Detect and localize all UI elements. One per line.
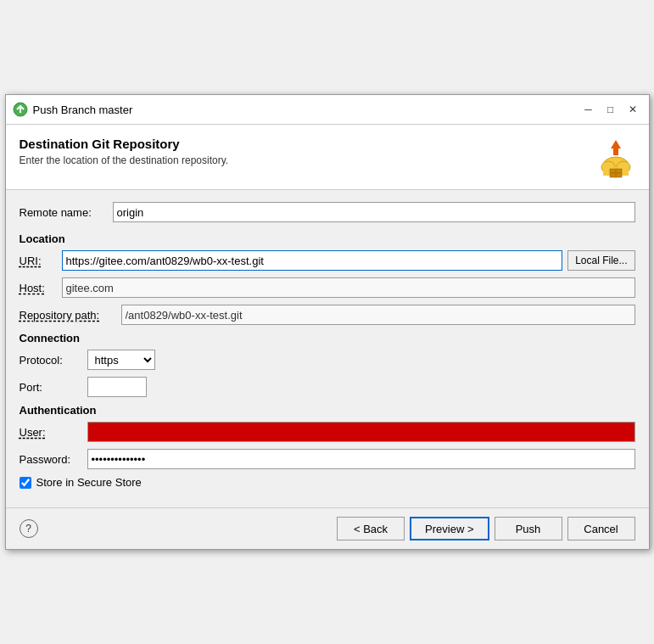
help-button[interactable]: ? (20, 519, 38, 538)
user-input[interactable] (87, 422, 635, 442)
store-secure-checkbox[interactable] (20, 477, 31, 489)
user-row: User: (20, 422, 635, 442)
close-button[interactable]: ✕ (623, 100, 642, 119)
repo-path-input[interactable] (121, 305, 635, 325)
repo-path-label: Repository path: (20, 309, 121, 322)
protocol-label: Protocol: (20, 354, 87, 367)
password-row: Password: (20, 449, 635, 469)
uri-label: URI: (20, 255, 62, 267)
cloud-upload-icon (596, 137, 635, 179)
minimize-button[interactable]: ─ (579, 100, 598, 119)
store-secure-label[interactable]: Store in Secure Store (36, 476, 142, 489)
dialog-subtitle: Enter the location of the destination re… (20, 154, 229, 166)
maximize-button[interactable]: □ (601, 100, 620, 119)
uri-input[interactable] (62, 250, 563, 271)
uri-row: URI: Local File... (20, 250, 635, 271)
window-title: Push Branch master (33, 104, 574, 116)
connection-section: Connection Protocol: https http git ssh … (20, 332, 635, 397)
main-content: Remote name: Location URI: Local File...… (6, 190, 649, 507)
port-row: Port: (20, 377, 635, 397)
port-label: Port: (20, 381, 87, 394)
connection-section-label: Connection (20, 332, 635, 344)
protocol-row: Protocol: https http git ssh (20, 350, 635, 370)
port-input[interactable] (87, 377, 147, 397)
dialog-title: Destination Git Repository (20, 137, 229, 151)
password-input[interactable] (87, 449, 635, 469)
host-input[interactable] (62, 277, 635, 298)
svg-marker-2 (611, 140, 621, 155)
user-label: User: (20, 426, 87, 439)
host-label: Host: (20, 282, 62, 294)
footer: ? < Back Preview > Push Cancel (6, 507, 649, 549)
authentication-section: Authentication User: Password: Store in … (20, 404, 635, 489)
remote-name-input[interactable] (113, 202, 635, 222)
location-section-label: Location (20, 232, 635, 245)
dialog: Push Branch master ─ □ ✕ Destination Git… (5, 94, 650, 550)
header-text: Destination Git Repository Enter the loc… (20, 137, 229, 166)
push-button[interactable]: Push (495, 517, 562, 540)
app-icon (13, 102, 28, 117)
remote-name-row: Remote name: (20, 202, 635, 222)
password-label: Password: (20, 453, 87, 466)
protocol-select[interactable]: https http git ssh (87, 350, 155, 370)
remote-name-label: Remote name: (20, 206, 113, 219)
local-file-button[interactable]: Local File... (567, 250, 634, 271)
back-button[interactable]: < Back (337, 517, 405, 540)
store-secure-row: Store in Secure Store (20, 476, 635, 489)
title-bar: Push Branch master ─ □ ✕ (6, 95, 649, 125)
authentication-section-label: Authentication (20, 404, 635, 417)
window-controls: ─ □ ✕ (579, 100, 642, 119)
host-row: Host: (20, 277, 635, 298)
header-section: Destination Git Repository Enter the loc… (6, 125, 649, 190)
cancel-button[interactable]: Cancel (567, 517, 635, 540)
repo-path-row: Repository path: (20, 305, 635, 325)
preview-button[interactable]: Preview > (410, 517, 489, 540)
